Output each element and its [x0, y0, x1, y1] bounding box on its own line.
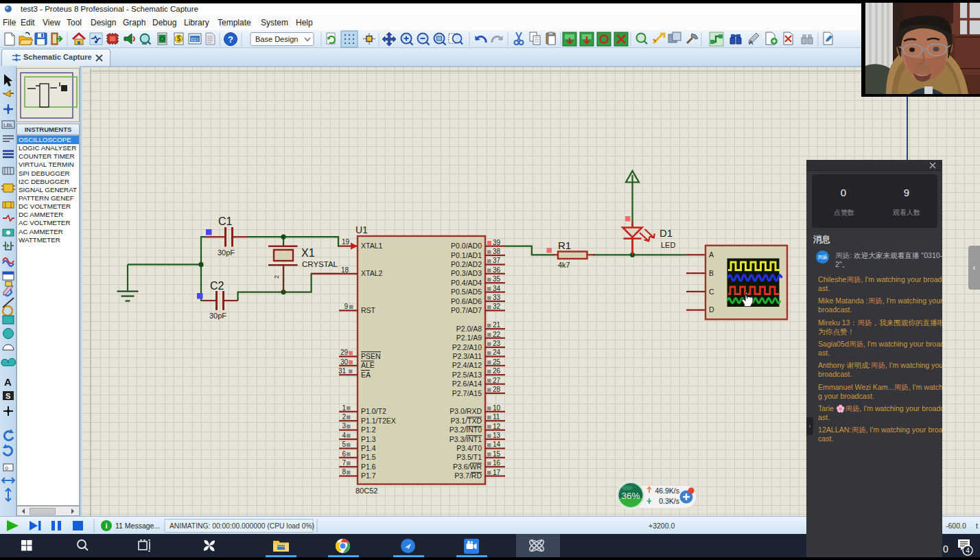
svg-text:38: 38 [493, 248, 501, 255]
svg-text:01=: 01= [191, 37, 199, 42]
svg-text:P0.4/AD4: P0.4/AD4 [451, 279, 482, 287]
svg-text:6: 6 [342, 450, 346, 458]
svg-text:P2.6/A14: P2.6/A14 [452, 380, 482, 388]
svg-text:P2.3/A11: P2.3/A11 [453, 352, 482, 360]
svg-text:27: 27 [493, 377, 501, 384]
svg-text:PSEN: PSEN [361, 352, 381, 360]
svg-text:P1.0/T2: P1.0/T2 [361, 407, 386, 415]
svg-text:31: 31 [338, 367, 347, 375]
svg-text:18: 18 [341, 266, 349, 274]
svg-text:33: 33 [493, 294, 501, 301]
svg-text:8: 8 [342, 468, 346, 476]
svg-text:2: 2 [342, 413, 346, 421]
svg-text:21: 21 [493, 321, 501, 329]
svg-text:P3.2/INT0: P3.2/INT0 [450, 425, 482, 434]
svg-text:13: 13 [493, 432, 501, 439]
svg-text:P3.4/T0: P3.4/T0 [456, 444, 482, 452]
svg-text:C: C [709, 288, 714, 296]
svg-text:A: A [4, 376, 12, 388]
svg-text:28: 28 [493, 386, 501, 393]
svg-text:P3.7/RD: P3.7/RD [454, 471, 482, 480]
svg-text:ALE: ALE [361, 361, 375, 369]
svg-text:X1: X1 [301, 247, 315, 259]
svg-text:t: t [976, 522, 978, 530]
svg-text:C2: C2 [210, 280, 224, 292]
svg-text:P2.5/A13: P2.5/A13 [452, 371, 482, 379]
svg-text:P3.3/INT1: P3.3/INT1 [450, 435, 482, 443]
svg-text:15: 15 [493, 450, 501, 458]
svg-text:P2.0/A8: P2.0/A8 [456, 325, 482, 333]
svg-text:P0.1/AD1: P0.1/AD1 [451, 251, 482, 259]
svg-text:$: $ [177, 35, 181, 43]
svg-text:RST: RST [361, 306, 376, 314]
svg-text:26: 26 [493, 367, 501, 375]
svg-text:i: i [105, 522, 107, 530]
svg-text:P2.4/A12: P2.4/A12 [452, 361, 482, 369]
svg-text:10: 10 [493, 404, 501, 412]
svg-text:29: 29 [340, 349, 349, 356]
svg-text:36%: 36% [621, 491, 640, 501]
svg-text:U1: U1 [355, 224, 368, 235]
svg-text:35: 35 [493, 275, 501, 283]
svg-text:7: 7 [342, 459, 346, 467]
svg-text:32: 32 [493, 303, 501, 310]
svg-text:P2.7/A15: P2.7/A15 [452, 389, 482, 397]
svg-text:19: 19 [342, 238, 350, 246]
svg-text:25: 25 [493, 358, 501, 366]
svg-text:30pF: 30pF [218, 248, 235, 257]
svg-text:ANIMATING: 00:00:00.000000 (CP: ANIMATING: 00:00:00.000000 (CPU load 0%) [170, 522, 314, 530]
svg-text:D1: D1 [660, 227, 673, 239]
svg-text:P2.2/A10: P2.2/A10 [452, 343, 482, 351]
svg-text:P0.5/AD5: P0.5/AD5 [451, 288, 482, 296]
svg-text:-600.0: -600.0 [946, 522, 966, 530]
svg-text:A: A [709, 250, 714, 259]
svg-text:5: 5 [342, 441, 346, 448]
svg-text:34: 34 [493, 285, 501, 292]
svg-text:P3.6/WR: P3.6/WR [453, 463, 482, 471]
svg-text:?: ? [228, 34, 233, 45]
svg-text:+3200.0: +3200.0 [649, 522, 675, 530]
svg-text:P0.3/AD3: P0.3/AD3 [451, 269, 482, 277]
svg-text:P0.7/AD7: P0.7/AD7 [451, 306, 482, 314]
svg-text:P1.3: P1.3 [361, 435, 376, 443]
svg-text:46.9K/s: 46.9K/s [655, 487, 679, 495]
svg-text:LED: LED [661, 241, 675, 249]
svg-text:37: 37 [493, 257, 501, 264]
svg-text:17: 17 [493, 469, 501, 476]
svg-text:2: 2 [273, 275, 280, 279]
svg-text:CRYSTAL: CRYSTAL [302, 260, 338, 268]
svg-text:30pF: 30pF [209, 312, 226, 320]
svg-text:16: 16 [493, 459, 501, 467]
svg-text:P1.1/T2EX: P1.1/T2EX [361, 417, 396, 425]
svg-text:XTAL1: XTAL1 [361, 242, 382, 250]
svg-text:9: 9 [344, 303, 348, 310]
svg-text:P1.2: P1.2 [361, 425, 376, 434]
svg-text:B: B [709, 269, 714, 277]
svg-text:P1.6: P1.6 [361, 463, 376, 471]
svg-text:Base Design: Base Design [255, 35, 298, 43]
svg-text:24: 24 [493, 349, 501, 356]
svg-text:LBL: LBL [3, 122, 14, 128]
svg-text:30: 30 [340, 358, 349, 366]
svg-text:A: A [749, 39, 754, 46]
svg-text:P0.2/AD2: P0.2/AD2 [451, 260, 482, 268]
svg-text:P1.7: P1.7 [361, 471, 376, 480]
svg-text:4: 4 [966, 547, 970, 555]
svg-text:R1: R1 [558, 240, 571, 251]
svg-text:P2.1/A9: P2.1/A9 [456, 334, 482, 342]
svg-text:23: 23 [493, 340, 501, 347]
svg-text:P0.0/AD0: P0.0/AD0 [451, 242, 482, 250]
svg-text:C1: C1 [218, 215, 233, 227]
svg-text:P0.6/AD6: P0.6/AD6 [451, 297, 482, 305]
svg-text:4k7: 4k7 [558, 261, 570, 269]
svg-text:D: D [709, 305, 714, 314]
svg-text:4: 4 [342, 432, 346, 439]
svg-text:P1.4: P1.4 [361, 444, 376, 452]
svg-text:P3.1/TXD: P3.1/TXD [450, 417, 482, 425]
svg-text:11: 11 [493, 413, 500, 421]
svg-text:11 Message...: 11 Message... [115, 522, 160, 530]
svg-text:22: 22 [493, 331, 501, 338]
svg-text:1: 1 [342, 404, 346, 412]
svg-text:36: 36 [493, 266, 501, 274]
svg-text:P3.0/RXD: P3.0/RXD [450, 407, 482, 415]
